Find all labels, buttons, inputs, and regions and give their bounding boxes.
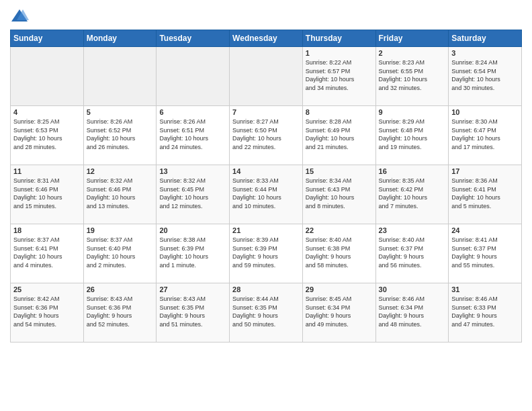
calendar-cell: 4Sunrise: 8:25 AM Sunset: 6:53 PM Daylig… (11, 106, 84, 165)
day-number: 16 (379, 167, 446, 175)
day-info: Sunrise: 8:35 AM Sunset: 6:42 PM Dayligh… (379, 177, 446, 210)
calendar-cell (11, 47, 84, 106)
day-info: Sunrise: 8:26 AM Sunset: 6:51 PM Dayligh… (159, 118, 226, 151)
day-number: 15 (306, 167, 373, 175)
day-info: Sunrise: 8:44 AM Sunset: 6:35 PM Dayligh… (232, 295, 300, 328)
day-number: 24 (451, 226, 519, 234)
calendar-cell: 31Sunrise: 8:46 AM Sunset: 6:33 PM Dayli… (449, 283, 522, 342)
calendar-week-row: 18Sunrise: 8:37 AM Sunset: 6:41 PM Dayli… (11, 224, 522, 283)
day-info: Sunrise: 8:27 AM Sunset: 6:50 PM Dayligh… (232, 118, 300, 151)
calendar-cell: 20Sunrise: 8:38 AM Sunset: 6:39 PM Dayli… (157, 224, 230, 283)
calendar-cell: 23Sunrise: 8:40 AM Sunset: 6:37 PM Dayli… (375, 224, 449, 283)
day-info: Sunrise: 8:28 AM Sunset: 6:49 PM Dayligh… (306, 118, 373, 151)
calendar-cell: 24Sunrise: 8:41 AM Sunset: 6:37 PM Dayli… (449, 224, 522, 283)
day-info: Sunrise: 8:46 AM Sunset: 6:34 PM Dayligh… (379, 295, 446, 328)
day-number: 4 (13, 108, 81, 116)
calendar-header-tuesday: Tuesday (157, 30, 230, 47)
day-number: 3 (451, 49, 519, 57)
calendar-header-monday: Monday (83, 30, 157, 47)
calendar-cell: 29Sunrise: 8:45 AM Sunset: 6:34 PM Dayli… (302, 283, 375, 342)
calendar-cell: 22Sunrise: 8:40 AM Sunset: 6:38 PM Dayli… (302, 224, 375, 283)
day-number: 9 (379, 108, 446, 116)
day-number: 19 (87, 226, 154, 234)
calendar-header-thursday: Thursday (302, 30, 375, 47)
calendar-header-saturday: Saturday (449, 30, 522, 47)
calendar-week-row: 4Sunrise: 8:25 AM Sunset: 6:53 PM Daylig… (11, 106, 522, 165)
day-info: Sunrise: 8:45 AM Sunset: 6:34 PM Dayligh… (306, 295, 373, 328)
day-number: 18 (13, 226, 81, 234)
day-info: Sunrise: 8:26 AM Sunset: 6:52 PM Dayligh… (87, 118, 154, 151)
day-info: Sunrise: 8:43 AM Sunset: 6:36 PM Dayligh… (87, 295, 154, 328)
day-number: 25 (13, 285, 81, 293)
day-info: Sunrise: 8:41 AM Sunset: 6:37 PM Dayligh… (451, 236, 519, 269)
day-number: 17 (451, 167, 519, 175)
day-number: 31 (451, 285, 519, 293)
calendar-cell: 14Sunrise: 8:33 AM Sunset: 6:44 PM Dayli… (230, 165, 303, 224)
calendar-cell: 19Sunrise: 8:37 AM Sunset: 6:40 PM Dayli… (83, 224, 157, 283)
day-number: 23 (379, 226, 446, 234)
calendar-week-row: 25Sunrise: 8:42 AM Sunset: 6:36 PM Dayli… (11, 283, 522, 342)
day-number: 2 (379, 49, 446, 57)
day-info: Sunrise: 8:31 AM Sunset: 6:46 PM Dayligh… (13, 177, 81, 210)
day-info: Sunrise: 8:38 AM Sunset: 6:39 PM Dayligh… (159, 236, 226, 269)
calendar-cell: 16Sunrise: 8:35 AM Sunset: 6:42 PM Dayli… (375, 165, 449, 224)
calendar-week-row: 1Sunrise: 8:22 AM Sunset: 6:57 PM Daylig… (11, 47, 522, 106)
calendar-header-sunday: Sunday (11, 30, 84, 47)
calendar-cell: 27Sunrise: 8:43 AM Sunset: 6:35 PM Dayli… (157, 283, 230, 342)
calendar-cell: 18Sunrise: 8:37 AM Sunset: 6:41 PM Dayli… (11, 224, 84, 283)
day-number: 10 (451, 108, 519, 116)
day-info: Sunrise: 8:24 AM Sunset: 6:54 PM Dayligh… (451, 58, 519, 92)
calendar-cell: 8Sunrise: 8:28 AM Sunset: 6:49 PM Daylig… (302, 106, 375, 165)
calendar-header-friday: Friday (375, 30, 449, 47)
logo (10, 7, 32, 26)
day-number: 8 (306, 108, 373, 116)
calendar-header-wednesday: Wednesday (230, 30, 303, 47)
day-info: Sunrise: 8:32 AM Sunset: 6:46 PM Dayligh… (87, 177, 154, 210)
day-info: Sunrise: 8:36 AM Sunset: 6:41 PM Dayligh… (451, 177, 519, 210)
day-info: Sunrise: 8:46 AM Sunset: 6:33 PM Dayligh… (451, 295, 519, 328)
day-info: Sunrise: 8:42 AM Sunset: 6:36 PM Dayligh… (13, 295, 81, 328)
day-number: 1 (306, 49, 373, 57)
day-number: 13 (159, 167, 226, 175)
calendar-cell: 5Sunrise: 8:26 AM Sunset: 6:52 PM Daylig… (83, 106, 157, 165)
logo-icon (10, 7, 29, 26)
calendar-cell: 28Sunrise: 8:44 AM Sunset: 6:35 PM Dayli… (230, 283, 303, 342)
day-number: 7 (232, 108, 300, 116)
day-number: 26 (87, 285, 154, 293)
calendar-cell: 25Sunrise: 8:42 AM Sunset: 6:36 PM Dayli… (11, 283, 84, 342)
calendar-cell: 2Sunrise: 8:23 AM Sunset: 6:55 PM Daylig… (375, 47, 449, 106)
day-info: Sunrise: 8:34 AM Sunset: 6:43 PM Dayligh… (306, 177, 373, 210)
day-info: Sunrise: 8:30 AM Sunset: 6:47 PM Dayligh… (451, 118, 519, 151)
calendar-cell: 15Sunrise: 8:34 AM Sunset: 6:43 PM Dayli… (302, 165, 375, 224)
day-info: Sunrise: 8:25 AM Sunset: 6:53 PM Dayligh… (13, 118, 81, 151)
calendar-cell: 13Sunrise: 8:32 AM Sunset: 6:45 PM Dayli… (157, 165, 230, 224)
day-number: 11 (13, 167, 81, 175)
calendar-cell: 12Sunrise: 8:32 AM Sunset: 6:46 PM Dayli… (83, 165, 157, 224)
calendar-cell: 1Sunrise: 8:22 AM Sunset: 6:57 PM Daylig… (302, 47, 375, 106)
calendar-cell: 26Sunrise: 8:43 AM Sunset: 6:36 PM Dayli… (83, 283, 157, 342)
calendar-table: SundayMondayTuesdayWednesdayThursdayFrid… (10, 30, 522, 342)
day-number: 6 (159, 108, 226, 116)
day-info: Sunrise: 8:32 AM Sunset: 6:45 PM Dayligh… (159, 177, 226, 210)
calendar-cell: 10Sunrise: 8:30 AM Sunset: 6:47 PM Dayli… (449, 106, 522, 165)
page: SundayMondayTuesdayWednesdayThursdayFrid… (0, 0, 532, 411)
calendar-cell (230, 47, 303, 106)
calendar-cell: 9Sunrise: 8:29 AM Sunset: 6:48 PM Daylig… (375, 106, 449, 165)
day-info: Sunrise: 8:29 AM Sunset: 6:48 PM Dayligh… (379, 118, 446, 151)
day-number: 21 (232, 226, 300, 234)
day-info: Sunrise: 8:39 AM Sunset: 6:39 PM Dayligh… (232, 236, 300, 269)
day-info: Sunrise: 8:40 AM Sunset: 6:37 PM Dayligh… (379, 236, 446, 269)
calendar-cell: 11Sunrise: 8:31 AM Sunset: 6:46 PM Dayli… (11, 165, 84, 224)
calendar-cell (157, 47, 230, 106)
day-number: 14 (232, 167, 300, 175)
day-number: 22 (306, 226, 373, 234)
day-info: Sunrise: 8:37 AM Sunset: 6:41 PM Dayligh… (13, 236, 81, 269)
calendar-week-row: 11Sunrise: 8:31 AM Sunset: 6:46 PM Dayli… (11, 165, 522, 224)
day-number: 27 (159, 285, 226, 293)
calendar-cell (83, 47, 157, 106)
day-number: 5 (87, 108, 154, 116)
day-number: 28 (232, 285, 300, 293)
day-number: 20 (159, 226, 226, 234)
calendar-cell: 21Sunrise: 8:39 AM Sunset: 6:39 PM Dayli… (230, 224, 303, 283)
day-info: Sunrise: 8:22 AM Sunset: 6:57 PM Dayligh… (306, 58, 373, 92)
